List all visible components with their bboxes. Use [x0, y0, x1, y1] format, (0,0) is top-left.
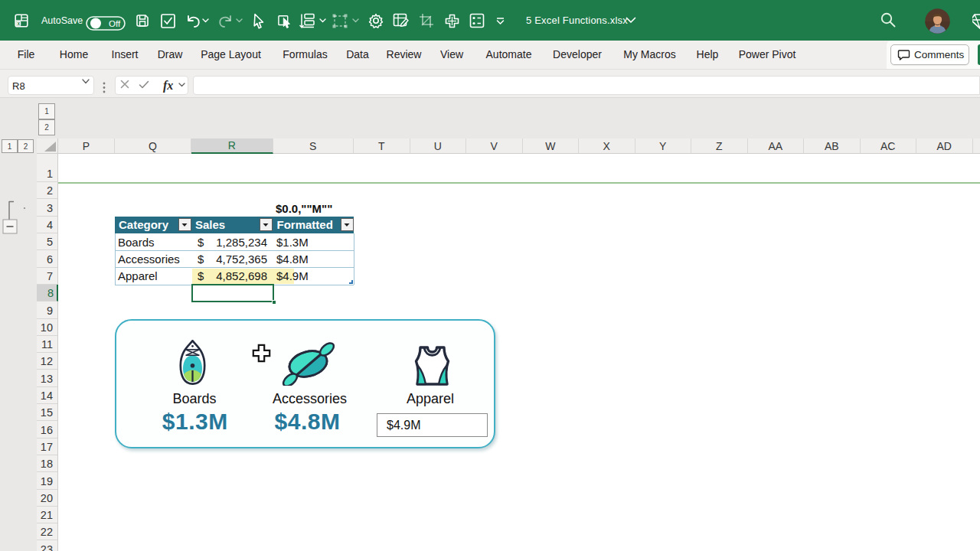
svg-text:x: x [17, 21, 20, 26]
svg-text:Off: Off [109, 19, 121, 28]
